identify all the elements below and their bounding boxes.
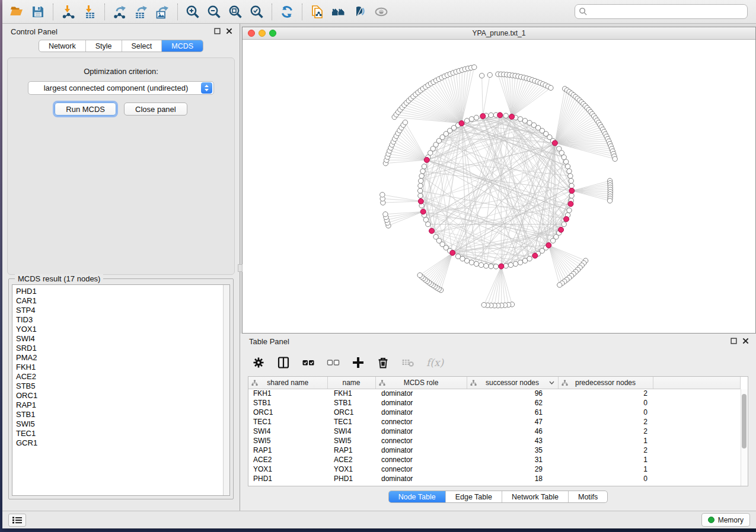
- graph-node[interactable]: [518, 260, 522, 265]
- tab-node-table[interactable]: Node Table: [389, 491, 446, 502]
- graph-mcds-node[interactable]: [418, 198, 423, 204]
- graph-node[interactable]: [479, 73, 484, 78]
- graph-mcds-node[interactable]: [564, 216, 569, 222]
- graph-node[interactable]: [417, 188, 422, 193]
- table-cell[interactable]: 96: [467, 389, 558, 398]
- import-network-button[interactable]: [59, 2, 78, 21]
- table-cell[interactable]: SWI4: [327, 427, 375, 436]
- graph-node[interactable]: [550, 238, 555, 243]
- graph-node[interactable]: [484, 264, 489, 268]
- table-cell[interactable]: TEC1: [327, 417, 375, 427]
- graph-node[interactable]: [472, 65, 477, 69]
- table-cell[interactable]: dominator: [375, 408, 467, 417]
- table-row[interactable]: SWI4SWI4dominator462: [248, 427, 741, 436]
- table-row[interactable]: PHD1PHD1dominator180: [248, 474, 741, 483]
- zoom-selected-button[interactable]: [247, 2, 266, 21]
- table-cell[interactable]: ACE2: [248, 455, 327, 464]
- graph-node[interactable]: [567, 169, 572, 174]
- graph-node[interactable]: [418, 193, 423, 198]
- graph-node[interactable]: [383, 211, 388, 216]
- refresh-button[interactable]: [277, 2, 296, 21]
- mcds-result-item[interactable]: PHD1: [12, 287, 229, 296]
- table-settings-button[interactable]: [252, 356, 265, 369]
- visual-properties-button[interactable]: [350, 2, 369, 21]
- column-header-successor-nodes[interactable]: successor nodes: [467, 377, 558, 389]
- table-cell[interactable]: 46: [467, 427, 558, 436]
- mcds-result-item[interactable]: TID3: [12, 315, 229, 325]
- zoom-out-button[interactable]: [205, 2, 224, 21]
- graph-node[interactable]: [481, 302, 486, 307]
- table-cell[interactable]: dominator: [375, 389, 467, 398]
- task-history-button[interactable]: [8, 514, 26, 527]
- table-row[interactable]: ORC1ORC1dominator610: [248, 408, 741, 417]
- mcds-result-item[interactable]: ACE2: [12, 372, 229, 382]
- table-cell[interactable]: 2: [558, 427, 653, 436]
- graph-mcds-node[interactable]: [497, 113, 503, 118]
- tab-select[interactable]: Select: [122, 40, 162, 52]
- column-header-name[interactable]: name: [327, 377, 375, 389]
- graph-node[interactable]: [474, 115, 479, 120]
- table-cell[interactable]: 1: [558, 464, 653, 474]
- table-cell[interactable]: SWI5: [327, 436, 375, 446]
- table-cell[interactable]: 0: [558, 398, 653, 408]
- open-file-button[interactable]: [7, 2, 26, 21]
- graph-mcds-node[interactable]: [546, 242, 551, 248]
- add-column-button[interactable]: [352, 356, 365, 369]
- graph-node[interactable]: [569, 178, 573, 183]
- delete-column-button[interactable]: [377, 356, 390, 369]
- table-cell[interactable]: YOX1: [327, 464, 375, 474]
- table-cell[interactable]: PHD1: [327, 474, 375, 483]
- graph-node[interactable]: [474, 261, 479, 266]
- graphics-details-button[interactable]: [372, 2, 391, 21]
- mcds-result-item[interactable]: SRD1: [12, 344, 229, 353]
- table-cell[interactable]: 0: [558, 474, 653, 483]
- table-cell[interactable]: FKH1: [248, 389, 327, 398]
- table-cell[interactable]: connector: [375, 455, 467, 464]
- graph-node[interactable]: [419, 178, 423, 183]
- table-cell[interactable]: ORC1: [248, 408, 327, 417]
- graph-node[interactable]: [522, 258, 527, 263]
- memory-button[interactable]: Memory: [701, 513, 750, 527]
- graph-mcds-node[interactable]: [420, 209, 426, 214]
- export-network-button[interactable]: [110, 2, 129, 21]
- graph-node[interactable]: [403, 120, 407, 124]
- graph-node[interactable]: [423, 217, 428, 222]
- graph-node[interactable]: [493, 264, 498, 269]
- table-cell[interactable]: 2: [558, 446, 653, 455]
- zoom-in-button[interactable]: [183, 2, 202, 21]
- mcds-result-item[interactable]: FKH1: [12, 363, 229, 372]
- graph-node[interactable]: [464, 118, 469, 123]
- table-cell[interactable]: 47: [467, 417, 558, 427]
- mcds-result-item[interactable]: STB5: [12, 382, 229, 391]
- graph-node[interactable]: [613, 156, 617, 161]
- table-row[interactable]: RAP1RAP1dominator352: [248, 446, 741, 455]
- graph-node[interactable]: [513, 261, 518, 266]
- mcds-result-item[interactable]: TEC1: [12, 429, 229, 438]
- save-session-button[interactable]: [28, 2, 47, 21]
- maximize-window-icon[interactable]: [269, 30, 276, 37]
- table-cell[interactable]: connector: [375, 436, 467, 446]
- graph-node[interactable]: [469, 117, 474, 121]
- table-row[interactable]: ACE2ACE2connector311: [248, 455, 741, 464]
- graph-node[interactable]: [569, 183, 574, 188]
- graph-node[interactable]: [569, 193, 574, 198]
- table-cell[interactable]: 35: [467, 446, 558, 455]
- export-table-button[interactable]: [132, 2, 151, 21]
- delete-table-button[interactable]: [401, 356, 414, 369]
- column-header-shared-name[interactable]: shared name: [248, 377, 327, 389]
- table-cell[interactable]: 31: [467, 455, 558, 464]
- search-input[interactable]: [590, 6, 744, 18]
- graph-node[interactable]: [557, 283, 562, 287]
- graph-mcds-node[interactable]: [480, 114, 486, 119]
- tab-network[interactable]: Network: [39, 40, 86, 52]
- mcds-result-item[interactable]: PMA2: [12, 353, 229, 363]
- table-cell[interactable]: ACE2: [327, 455, 375, 464]
- table-cell[interactable]: dominator: [375, 446, 467, 455]
- graph-mcds-node[interactable]: [552, 140, 557, 146]
- table-cell[interactable]: dominator: [375, 474, 467, 483]
- graph-node[interactable]: [417, 273, 422, 277]
- table-cell[interactable]: STB1: [327, 398, 375, 408]
- close-panel-icon[interactable]: [742, 338, 749, 344]
- table-cell[interactable]: YOX1: [248, 464, 327, 474]
- table-cell[interactable]: FKH1: [327, 389, 375, 398]
